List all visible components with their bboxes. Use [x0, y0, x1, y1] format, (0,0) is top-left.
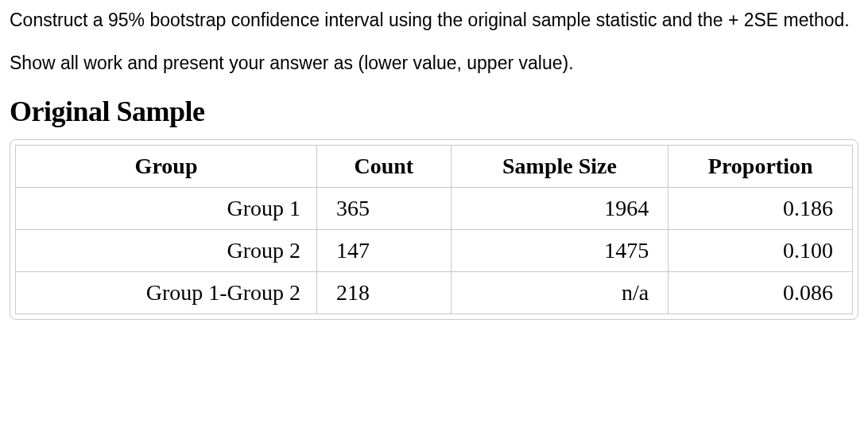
cell-count: 365 — [317, 188, 451, 230]
header-group: Group — [16, 146, 317, 188]
cell-group: Group 2 — [16, 230, 317, 272]
cell-proportion: 0.100 — [668, 230, 853, 272]
header-count: Count — [317, 146, 451, 188]
cell-count: 147 — [317, 230, 451, 272]
cell-proportion: 0.186 — [668, 188, 853, 230]
cell-sample-size: 1475 — [451, 230, 668, 272]
header-proportion: Proportion — [668, 146, 853, 188]
cell-group: Group 1-Group 2 — [16, 272, 317, 314]
table-row: Group 1-Group 2 218 n/a 0.086 — [16, 272, 853, 314]
cell-group: Group 1 — [16, 188, 317, 230]
cell-sample-size: n/a — [451, 272, 668, 314]
table-header-row: Group Count Sample Size Proportion — [16, 146, 853, 188]
instruction-text-1: Construct a 95% bootstrap confidence int… — [10, 6, 858, 35]
instruction-text-2: Show all work and present your answer as… — [10, 49, 858, 78]
table-row: Group 1 365 1964 0.186 — [16, 188, 853, 230]
cell-count: 218 — [317, 272, 451, 314]
sample-table-wrapper: Group Count Sample Size Proportion Group… — [10, 139, 858, 320]
section-heading: Original Sample — [10, 95, 858, 128]
cell-sample-size: 1964 — [451, 188, 668, 230]
table-row: Group 2 147 1475 0.100 — [16, 230, 853, 272]
sample-table: Group Count Sample Size Proportion Group… — [15, 145, 853, 314]
header-sample-size: Sample Size — [451, 146, 668, 188]
cell-proportion: 0.086 — [668, 272, 853, 314]
